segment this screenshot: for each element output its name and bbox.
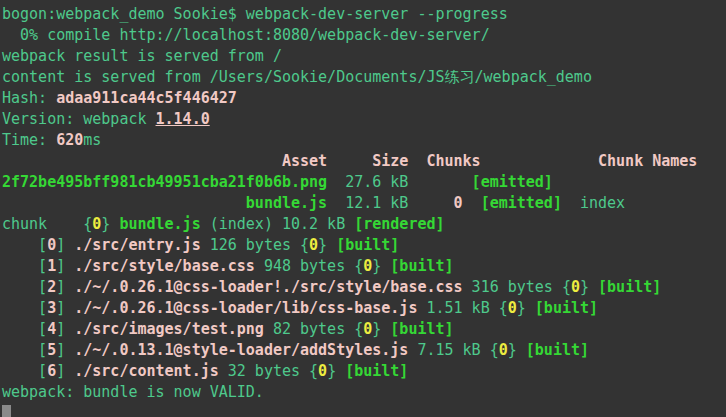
text-segment: bundle.js xyxy=(246,194,327,212)
text-segment: 1.14.0 xyxy=(156,110,210,128)
text-segment: 0% compile http://localhost:8080/webpack… xyxy=(2,26,490,44)
text-segment: } xyxy=(508,341,517,359)
text-segment: 82 bytes xyxy=(264,320,354,338)
text-segment: ./~/.0.26.1@css-loader!./src/style/base.… xyxy=(74,278,462,296)
text-segment: 316 bytes xyxy=(463,278,562,296)
text-segment xyxy=(589,278,598,296)
text-segment: 0 xyxy=(363,320,372,338)
text-segment: 32 bytes xyxy=(219,362,309,380)
text-segment: 0 xyxy=(309,236,318,254)
text-segment: ] xyxy=(56,320,74,338)
text-segment: { xyxy=(562,278,571,296)
module-row-5: [5] ./~/.0.13.1@style-loader/addStyles.j… xyxy=(2,340,726,361)
text-segment: { xyxy=(354,320,363,338)
text-segment: ] xyxy=(56,362,74,380)
text-segment: ./~/.0.13.1@style-loader/addStyles.js xyxy=(74,341,408,359)
text-segment: [emitted] xyxy=(481,194,562,212)
text-segment: Asset Size Chunks Chunk Names xyxy=(2,152,697,170)
text-segment: } xyxy=(372,320,381,338)
text-segment: Time: xyxy=(2,131,56,149)
text-segment: 0 xyxy=(92,215,101,233)
text-segment: 2 xyxy=(47,278,56,296)
text-segment: 27.6 kB xyxy=(345,173,408,191)
text-segment: [ xyxy=(2,257,47,275)
text-segment: [built] xyxy=(598,278,661,296)
text-segment: { xyxy=(300,236,309,254)
text-segment: 0 xyxy=(363,257,372,275)
text-segment: ./src/entry.js xyxy=(74,236,200,254)
text-segment: index xyxy=(580,194,625,212)
text-segment: [ xyxy=(2,341,47,359)
assets-table-header: Asset Size Chunks Chunk Names xyxy=(2,151,726,172)
text-segment: ] xyxy=(56,299,74,317)
text-segment: 3 xyxy=(47,299,56,317)
text-segment: [built] xyxy=(390,320,453,338)
shell-command-line: bogon:webpack_demo Sookie$ webpack-dev-s… xyxy=(2,4,726,25)
text-segment: { xyxy=(309,362,318,380)
text-segment: [built] xyxy=(526,341,589,359)
result-served-line: webpack result is served from / xyxy=(2,46,726,67)
text-segment: [ xyxy=(2,278,47,296)
text-segment: content is served from /Users/Sookie/Doc… xyxy=(2,68,592,86)
text-segment: 126 bytes xyxy=(201,236,300,254)
cursor-line xyxy=(2,403,726,417)
text-segment: bundle.js xyxy=(119,215,200,233)
module-row-4: [4] ./src/images/test.png 82 bytes {0} [… xyxy=(2,319,726,340)
text-segment: ./~/.0.26.1@css-loader/lib/css-base.js xyxy=(74,299,417,317)
module-row-1: [1] ./src/style/base.css 948 bytes {0} [… xyxy=(2,256,726,277)
text-segment xyxy=(463,194,481,212)
text-segment: 0 xyxy=(499,341,508,359)
terminal-output: bogon:webpack_demo Sookie$ webpack-dev-s… xyxy=(2,4,726,417)
text-segment: } xyxy=(327,362,336,380)
text-segment: [built] xyxy=(535,299,598,317)
terminal-cursor xyxy=(2,405,11,417)
text-segment: [ xyxy=(2,362,47,380)
text-segment xyxy=(526,299,535,317)
text-segment: 4 xyxy=(47,320,56,338)
text-segment: 6 xyxy=(47,362,56,380)
text-segment: [built] xyxy=(336,236,399,254)
terminal-window[interactable]: bogon:webpack_demo Sookie$ webpack-dev-s… xyxy=(0,0,726,417)
text-segment: 0 xyxy=(47,236,56,254)
text-segment: } xyxy=(580,278,589,296)
text-segment: ] xyxy=(56,278,74,296)
text-segment: [ xyxy=(2,236,47,254)
text-segment: Hash: xyxy=(2,89,56,107)
text-segment: [ xyxy=(2,320,47,338)
text-segment: 0 xyxy=(508,299,517,317)
text-segment: adaa911ca44c5f446427 xyxy=(56,89,237,107)
text-segment: ] xyxy=(56,236,74,254)
text-segment: { xyxy=(499,299,508,317)
text-segment: 7.15 kB xyxy=(408,341,489,359)
text-segment xyxy=(2,194,246,212)
hash-line: Hash: adaa911ca44c5f446427 xyxy=(2,88,726,109)
text-segment: 12.1 kB xyxy=(345,194,408,212)
text-segment: ] xyxy=(56,341,74,359)
text-segment: [built] xyxy=(390,257,453,275)
module-row-0: [0] ./src/entry.js 126 bytes {0} [built] xyxy=(2,235,726,256)
progress-line: 0% compile http://localhost:8080/webpack… xyxy=(2,25,726,46)
text-segment: ./src/images/test.png xyxy=(74,320,264,338)
bundle-status-line: webpack: bundle is now VALID. xyxy=(2,382,726,403)
text-segment xyxy=(327,173,345,191)
text-segment xyxy=(381,320,390,338)
content-served-line: content is served from /Users/Sookie/Doc… xyxy=(2,67,726,88)
module-row-2: [2] ./~/.0.26.1@css-loader!./src/style/b… xyxy=(2,277,726,298)
text-segment: 5 xyxy=(47,341,56,359)
text-segment: { xyxy=(83,215,92,233)
asset-row-bundle: bundle.js 12.1 kB 0 [emitted] index xyxy=(2,193,726,214)
text-segment xyxy=(517,341,526,359)
text-segment: } xyxy=(517,299,526,317)
text-segment xyxy=(562,194,580,212)
text-segment xyxy=(381,257,390,275)
text-segment: 0 xyxy=(318,362,327,380)
text-segment: [emitted] xyxy=(472,173,553,191)
text-segment: 948 bytes xyxy=(255,257,354,275)
module-row-6: [6] ./src/content.js 32 bytes {0} [built… xyxy=(2,361,726,382)
text-segment: 0 xyxy=(571,278,580,296)
text-segment: webpack result is served from / xyxy=(2,47,282,65)
text-segment: webpack: bundle is now VALID. xyxy=(2,383,264,401)
module-row-3: [3] ./~/.0.26.1@css-loader/lib/css-base.… xyxy=(2,298,726,319)
text-segment: Version: webpack xyxy=(2,110,156,128)
text-segment: ms xyxy=(83,131,101,149)
